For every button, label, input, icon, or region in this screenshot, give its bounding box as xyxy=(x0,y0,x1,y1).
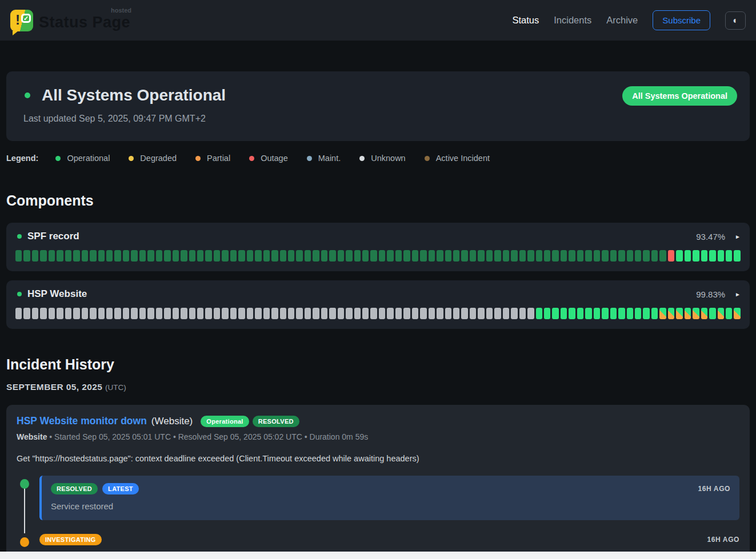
uptime-bar[interactable] xyxy=(420,308,426,319)
uptime-bar[interactable] xyxy=(577,308,583,319)
uptime-bar[interactable] xyxy=(82,250,88,262)
uptime-bar[interactable] xyxy=(362,308,369,319)
uptime-bar[interactable] xyxy=(643,250,649,262)
uptime-bar[interactable] xyxy=(420,250,426,262)
uptime-bar[interactable] xyxy=(329,250,335,262)
uptime-bar[interactable] xyxy=(32,308,38,319)
uptime-bar[interactable] xyxy=(106,308,113,319)
uptime-bar[interactable] xyxy=(321,308,327,319)
uptime-bar[interactable] xyxy=(15,308,22,319)
uptime-bar[interactable] xyxy=(453,308,459,319)
uptime-bar[interactable] xyxy=(379,250,385,262)
uptime-bar[interactable] xyxy=(527,250,534,262)
uptime-bar[interactable] xyxy=(685,308,691,319)
uptime-bar[interactable] xyxy=(73,308,79,319)
uptime-bar[interactable] xyxy=(544,250,550,262)
uptime-bar[interactable] xyxy=(296,308,302,319)
uptime-bar[interactable] xyxy=(494,308,501,319)
uptime-bar[interactable] xyxy=(701,250,707,262)
uptime-bar[interactable] xyxy=(577,250,583,262)
uptime-bar[interactable] xyxy=(305,308,311,319)
uptime-bar[interactable] xyxy=(519,308,526,319)
uptime-bar[interactable] xyxy=(98,308,105,319)
uptime-bar[interactable] xyxy=(90,308,96,319)
uptime-bar[interactable] xyxy=(718,250,724,262)
uptime-bar[interactable] xyxy=(412,250,418,262)
uptime-bar[interactable] xyxy=(618,250,625,262)
uptime-bar[interactable] xyxy=(503,308,509,319)
uptime-bar[interactable] xyxy=(255,308,261,319)
uptime-bar[interactable] xyxy=(57,308,63,319)
uptime-bar[interactable] xyxy=(32,250,38,262)
nav-status[interactable]: Status xyxy=(512,15,539,26)
uptime-bar[interactable] xyxy=(659,308,666,319)
uptime-bar[interactable] xyxy=(602,308,608,319)
expand-chevron-icon[interactable]: ► xyxy=(735,291,741,297)
uptime-bar[interactable] xyxy=(511,308,517,319)
uptime-bar[interactable] xyxy=(718,308,724,319)
uptime-bar[interactable] xyxy=(147,308,154,319)
uptime-bar[interactable] xyxy=(329,308,335,319)
uptime-bar[interactable] xyxy=(238,250,245,262)
uptime-bar[interactable] xyxy=(49,308,55,319)
uptime-bar[interactable] xyxy=(346,308,352,319)
uptime-bar[interactable] xyxy=(486,308,493,319)
uptime-bar[interactable] xyxy=(181,250,187,262)
uptime-bar[interactable] xyxy=(734,308,740,319)
uptime-bar[interactable] xyxy=(114,250,121,262)
uptime-bar[interactable] xyxy=(445,308,451,319)
uptime-bar[interactable] xyxy=(222,250,228,262)
uptime-bar[interactable] xyxy=(635,250,641,262)
uptime-bar[interactable] xyxy=(49,250,55,262)
uptime-bar[interactable] xyxy=(519,250,526,262)
uptime-bar[interactable] xyxy=(40,250,46,262)
uptime-bar[interactable] xyxy=(676,250,682,262)
uptime-bar[interactable] xyxy=(511,250,517,262)
uptime-bar[interactable] xyxy=(321,250,327,262)
uptime-bar[interactable] xyxy=(610,250,617,262)
uptime-bar[interactable] xyxy=(156,250,162,262)
uptime-bar[interactable] xyxy=(238,308,245,319)
uptime-bar[interactable] xyxy=(651,250,658,262)
uptime-bar[interactable] xyxy=(437,250,443,262)
uptime-bar[interactable] xyxy=(726,308,732,319)
uptime-bar[interactable] xyxy=(222,308,228,319)
uptime-bar[interactable] xyxy=(403,250,410,262)
uptime-bar[interactable] xyxy=(594,308,600,319)
uptime-bar[interactable] xyxy=(429,250,435,262)
uptime-bar[interactable] xyxy=(461,308,467,319)
uptime-bar[interactable] xyxy=(338,250,344,262)
uptime-bar[interactable] xyxy=(147,250,154,262)
uptime-bar[interactable] xyxy=(585,308,591,319)
uptime-bar[interactable] xyxy=(379,308,385,319)
uptime-bar[interactable] xyxy=(544,308,550,319)
uptime-bar[interactable] xyxy=(676,308,682,319)
uptime-bar[interactable] xyxy=(313,250,319,262)
uptime-bar[interactable] xyxy=(139,308,146,319)
uptime-bar[interactable] xyxy=(247,250,253,262)
uptime-bar[interactable] xyxy=(709,250,715,262)
uptime-bar[interactable] xyxy=(503,250,509,262)
uptime-bar[interactable] xyxy=(288,250,294,262)
uptime-bar[interactable] xyxy=(65,250,71,262)
uptime-bar[interactable] xyxy=(15,250,22,262)
uptime-bar[interactable] xyxy=(131,250,137,262)
uptime-bar[interactable] xyxy=(230,250,237,262)
uptime-bar[interactable] xyxy=(412,308,418,319)
uptime-bar[interactable] xyxy=(73,250,79,262)
uptime-bar[interactable] xyxy=(123,308,129,319)
uptime-bar[interactable] xyxy=(346,250,352,262)
uptime-bar[interactable] xyxy=(370,308,377,319)
uptime-bar[interactable] xyxy=(255,250,261,262)
uptime-bar[interactable] xyxy=(585,250,591,262)
uptime-bar[interactable] xyxy=(214,250,220,262)
uptime-bar[interactable] xyxy=(693,308,699,319)
uptime-bar[interactable] xyxy=(561,250,567,262)
uptime-bar[interactable] xyxy=(643,308,649,319)
subscribe-button[interactable]: Subscribe xyxy=(653,10,710,30)
uptime-bar[interactable] xyxy=(263,250,270,262)
uptime-bar[interactable] xyxy=(618,308,625,319)
expand-chevron-icon[interactable]: ► xyxy=(735,234,741,240)
uptime-bar[interactable] xyxy=(296,250,302,262)
uptime-bar[interactable] xyxy=(164,308,170,319)
